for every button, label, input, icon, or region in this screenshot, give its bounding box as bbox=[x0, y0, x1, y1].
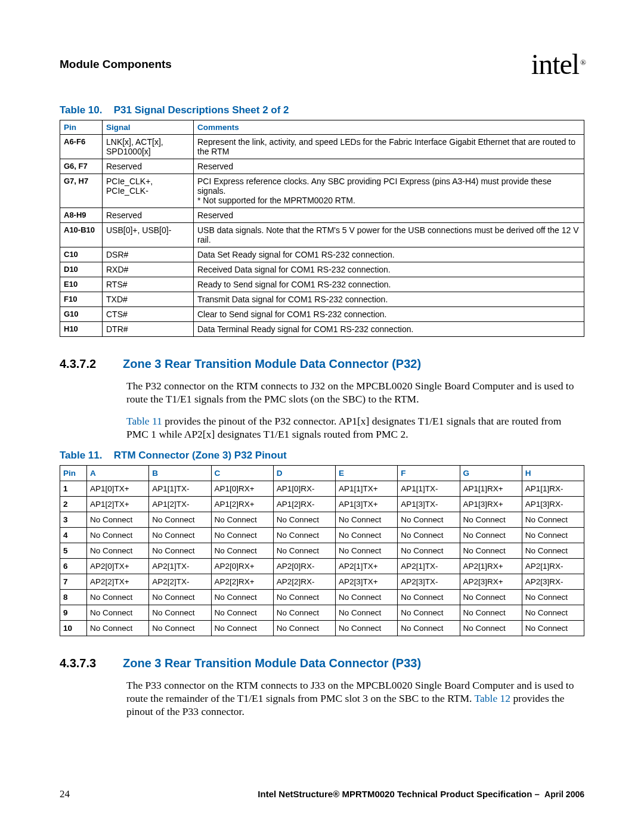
cell-value: No Connect bbox=[460, 605, 522, 620]
table-12-link[interactable]: Table 12 bbox=[475, 692, 511, 704]
table-row: 3No ConnectNo ConnectNo ConnectNo Connec… bbox=[60, 512, 584, 527]
table-row: D10RXD#Received Data signal for COM1 RS-… bbox=[60, 262, 584, 277]
cell-value: No Connect bbox=[460, 543, 522, 558]
table-11-caption: Table 11. RTM Connector (Zone 3) P32 Pin… bbox=[60, 450, 584, 462]
cell-value: No Connect bbox=[211, 620, 273, 636]
cell-comments: Received Data signal for COM1 RS-232 con… bbox=[194, 262, 584, 277]
table-row: C10DSR#Data Set Ready signal for COM1 RS… bbox=[60, 247, 584, 262]
heading-text: Zone 3 Rear Transition Module Data Conne… bbox=[123, 357, 421, 370]
cell-value: No Connect bbox=[149, 605, 211, 620]
cell-value: No Connect bbox=[336, 512, 398, 527]
table-11-title: RTM Connector (Zone 3) P32 Pinout bbox=[114, 450, 287, 461]
th-comments: Comments bbox=[194, 120, 584, 135]
table-row: 8No ConnectNo ConnectNo ConnectNo Connec… bbox=[60, 589, 584, 605]
th-pin: Pin bbox=[60, 120, 103, 135]
cell-value: AP1[1]RX+ bbox=[460, 481, 522, 496]
cell-pin: G7, H7 bbox=[60, 174, 103, 208]
cell-value: No Connect bbox=[273, 589, 335, 605]
cell-pin: 4 bbox=[60, 527, 87, 543]
table-row: 7AP2[2]TX+AP2[2]TX-AP2[2]RX+AP2[2]RX-AP2… bbox=[60, 574, 584, 589]
cell-value: No Connect bbox=[460, 589, 522, 605]
cell-value: No Connect bbox=[522, 543, 584, 558]
cell-value: No Connect bbox=[336, 543, 398, 558]
p32-paragraph-1: The P32 connector on the RTM connects to… bbox=[126, 379, 584, 406]
th-c: C bbox=[211, 465, 273, 481]
cell-value: AP1[0]RX- bbox=[273, 481, 335, 496]
cell-comments: Clear to Send signal for COM1 RS-232 con… bbox=[194, 307, 584, 322]
table-row: A10-B10USB[0]+, USB[0]-USB data signals.… bbox=[60, 223, 584, 247]
cell-value: No Connect bbox=[398, 620, 460, 636]
cell-value: AP1[2]TX- bbox=[149, 496, 211, 512]
cell-comments: USB data signals. Note that the RTM's 5 … bbox=[194, 223, 584, 247]
cell-value: No Connect bbox=[149, 589, 211, 605]
th-b: B bbox=[149, 465, 211, 481]
cell-value: No Connect bbox=[398, 543, 460, 558]
cell-value: AP2[1]TX+ bbox=[336, 558, 398, 574]
cell-pin: F10 bbox=[60, 292, 103, 307]
cell-value: No Connect bbox=[522, 605, 584, 620]
cell-value: No Connect bbox=[87, 527, 149, 543]
table-11: PinABCDEFGH 1AP1[0]TX+AP1[1]TX-AP1[0]RX+… bbox=[60, 465, 584, 636]
cell-value: No Connect bbox=[398, 527, 460, 543]
heading-text: Zone 3 Rear Transition Module Data Conne… bbox=[123, 657, 421, 670]
cell-value: No Connect bbox=[149, 543, 211, 558]
table-row: A6-F6LNK[x], ACT[x], SPD1000[x]Represent… bbox=[60, 135, 584, 159]
page-number: 24 bbox=[60, 788, 70, 800]
cell-comments: Represent the link, activity, and speed … bbox=[194, 135, 584, 159]
cell-value: AP2[2]RX+ bbox=[211, 574, 273, 589]
cell-pin: 7 bbox=[60, 574, 87, 589]
cell-signal: DTR# bbox=[103, 322, 194, 337]
cell-value: AP1[3]RX- bbox=[522, 496, 584, 512]
table-11-link[interactable]: Table 11 bbox=[126, 415, 162, 427]
cell-signal: TXD# bbox=[103, 292, 194, 307]
cell-signal: Reserved bbox=[103, 159, 194, 174]
table-row: H10DTR#Data Terminal Ready signal for CO… bbox=[60, 322, 584, 337]
cell-signal: LNK[x], ACT[x], SPD1000[x] bbox=[103, 135, 194, 159]
cell-comments: Reserved bbox=[194, 208, 584, 223]
cell-value: No Connect bbox=[460, 527, 522, 543]
cell-pin: A10-B10 bbox=[60, 223, 103, 247]
cell-value: No Connect bbox=[522, 527, 584, 543]
cell-value: No Connect bbox=[336, 527, 398, 543]
heading-number: 4.3.7.3 bbox=[60, 657, 123, 670]
cell-value: AP2[2]TX+ bbox=[87, 574, 149, 589]
cell-value: AP1[3]TX+ bbox=[336, 496, 398, 512]
cell-pin: 8 bbox=[60, 589, 87, 605]
cell-pin: G6, F7 bbox=[60, 159, 103, 174]
cell-value: AP2[2]RX- bbox=[273, 574, 335, 589]
cell-value: No Connect bbox=[211, 605, 273, 620]
cell-comments: Data Terminal Ready signal for COM1 RS-2… bbox=[194, 322, 584, 337]
table-11-label: Table 11. bbox=[60, 450, 111, 462]
cell-value: AP1[0]RX+ bbox=[211, 481, 273, 496]
table-row: G7, H7PCIe_CLK+, PCIe_CLK-PCI Express re… bbox=[60, 174, 584, 208]
p33-paragraph-1: The P33 connector on the RTM connects to… bbox=[126, 679, 584, 719]
cell-value: No Connect bbox=[149, 512, 211, 527]
th-signal: Signal bbox=[103, 120, 194, 135]
cell-value: No Connect bbox=[87, 512, 149, 527]
cell-signal: PCIe_CLK+, PCIe_CLK- bbox=[103, 174, 194, 208]
cell-value: No Connect bbox=[273, 620, 335, 636]
cell-value: AP2[3]RX+ bbox=[460, 574, 522, 589]
cell-pin: C10 bbox=[60, 247, 103, 262]
cell-value: No Connect bbox=[87, 620, 149, 636]
cell-pin: D10 bbox=[60, 262, 103, 277]
page-footer: 24 Intel NetStructure® MPRTM0020 Technic… bbox=[60, 788, 584, 800]
p32-paragraph-2: Table 11 provides the pinout of the P32 … bbox=[126, 414, 584, 441]
cell-value: AP2[0]RX- bbox=[273, 558, 335, 574]
cell-value: No Connect bbox=[522, 512, 584, 527]
table-row: 10No ConnectNo ConnectNo ConnectNo Conne… bbox=[60, 620, 584, 636]
cell-value: AP2[1]TX- bbox=[398, 558, 460, 574]
cell-value: AP1[1]TX- bbox=[398, 481, 460, 496]
cell-signal: RTS# bbox=[103, 277, 194, 292]
cell-comments: Reserved bbox=[194, 159, 584, 174]
cell-pin: 5 bbox=[60, 543, 87, 558]
cell-pin: A6-F6 bbox=[60, 135, 103, 159]
table-row: G6, F7ReservedReserved bbox=[60, 159, 584, 174]
cell-value: AP2[1]RX+ bbox=[460, 558, 522, 574]
table-10-caption: Table 10. P31 Signal Descriptions Sheet … bbox=[60, 104, 584, 116]
cell-value: No Connect bbox=[211, 543, 273, 558]
table-10: Pin Signal Comments A6-F6LNK[x], ACT[x],… bbox=[60, 120, 584, 337]
footer-title-text: Intel NetStructure® MPRTM0020 Technical … bbox=[258, 789, 542, 799]
registered-mark: ® bbox=[580, 58, 586, 67]
cell-pin: 10 bbox=[60, 620, 87, 636]
